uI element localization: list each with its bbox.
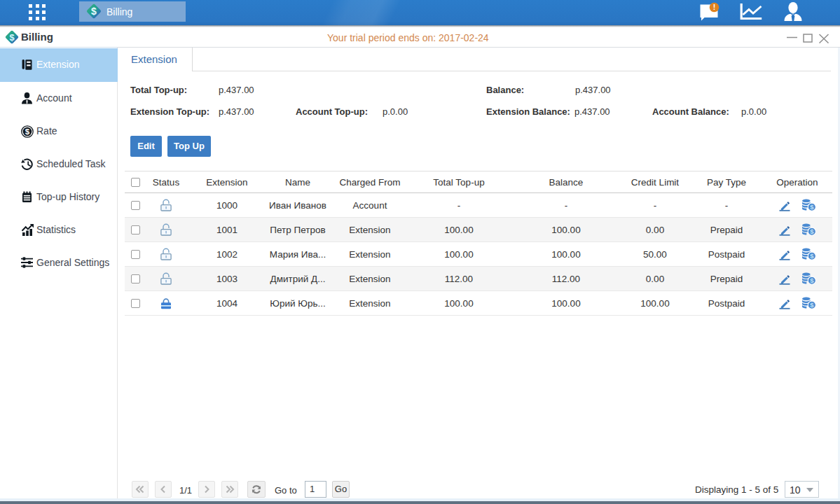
svg-text:$: $ xyxy=(810,301,814,309)
svg-text:$: $ xyxy=(810,227,814,235)
svg-text:!: ! xyxy=(713,3,716,11)
svg-text:$: $ xyxy=(810,252,814,260)
svg-text:$: $ xyxy=(9,32,14,43)
svg-text:$: $ xyxy=(25,127,30,136)
svg-text:$: $ xyxy=(810,203,814,211)
svg-text:$: $ xyxy=(91,6,97,17)
svg-text:$: $ xyxy=(810,276,814,284)
